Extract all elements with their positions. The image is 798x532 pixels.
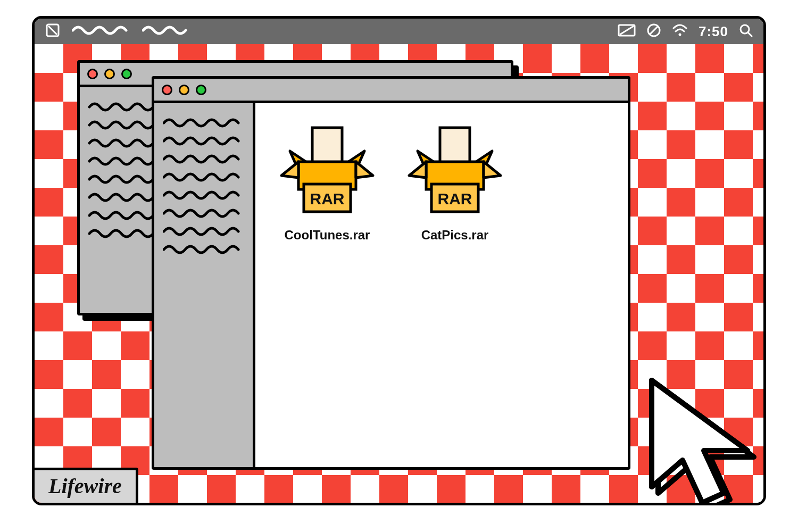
- file-grid[interactable]: RAR CoolTunes.rar: [255, 103, 628, 467]
- file-icon-label: RAR: [310, 190, 345, 207]
- rar-archive-icon: RAR: [274, 124, 380, 220]
- menubar: 7:50: [35, 19, 763, 44]
- menubar-left: [45, 23, 190, 40]
- window-titlebar[interactable]: [154, 79, 628, 103]
- svg-line-4: [650, 26, 658, 35]
- file-item[interactable]: RAR CatPics.rar: [399, 124, 511, 243]
- brand-watermark: Lifewire: [32, 468, 138, 505]
- window-zoom-button[interactable]: [121, 69, 132, 79]
- menubar-right: 7:50: [618, 23, 753, 40]
- window-close-button[interactable]: [162, 85, 172, 95]
- svg-point-5: [678, 34, 681, 36]
- window-minimize-button[interactable]: [104, 69, 115, 79]
- apple-menu-icon[interactable]: [45, 23, 60, 40]
- menubar-clock[interactable]: 7:50: [699, 23, 728, 40]
- window-close-button[interactable]: [87, 69, 98, 79]
- search-icon[interactable]: [739, 23, 753, 39]
- sidebar-item-placeholder[interactable]: [163, 118, 244, 126]
- rar-archive-icon: RAR: [402, 124, 508, 220]
- svg-line-1: [48, 26, 57, 35]
- wifi-icon[interactable]: [672, 24, 688, 39]
- finder-window-foreground[interactable]: RAR CoolTunes.rar: [152, 76, 630, 470]
- svg-rect-11: [440, 128, 470, 165]
- do-not-disturb-icon[interactable]: [646, 23, 661, 40]
- sidebar-item-placeholder[interactable]: [163, 227, 244, 234]
- sidebar-item-placeholder[interactable]: [163, 154, 244, 162]
- sidebar-item-placeholder[interactable]: [163, 209, 244, 216]
- sidebar-item-placeholder[interactable]: [163, 190, 244, 198]
- file-name[interactable]: CoolTunes.rar: [271, 228, 383, 243]
- svg-line-7: [748, 32, 752, 36]
- menu-squiggle-icon: [72, 25, 130, 38]
- sidebar-item-placeholder[interactable]: [163, 245, 244, 252]
- window-body: RAR CoolTunes.rar: [154, 103, 628, 467]
- mouse-cursor-icon: [614, 359, 766, 505]
- window-sidebar: [154, 103, 255, 467]
- sidebar-item-placeholder[interactable]: [163, 136, 244, 144]
- window-minimize-button[interactable]: [179, 85, 189, 95]
- svg-rect-8: [312, 128, 342, 165]
- screen-frame: 7:50: [32, 16, 766, 505]
- desktop[interactable]: RAR CoolTunes.rar: [35, 44, 763, 503]
- display-mirror-icon[interactable]: [618, 24, 636, 39]
- menu-squiggle-icon: [142, 25, 190, 38]
- window-zoom-button[interactable]: [196, 85, 206, 95]
- file-item[interactable]: RAR CoolTunes.rar: [271, 124, 383, 243]
- sidebar-item-placeholder[interactable]: [163, 172, 244, 180]
- file-name[interactable]: CatPics.rar: [399, 228, 511, 243]
- file-icon-label: RAR: [438, 190, 472, 207]
